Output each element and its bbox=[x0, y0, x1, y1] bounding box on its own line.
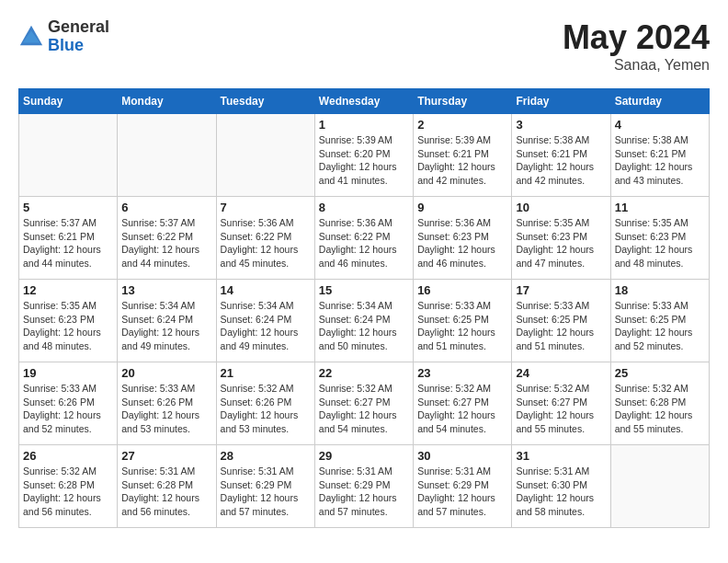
day-number: 2 bbox=[417, 118, 507, 132]
day-info: Sunrise: 5:33 AM Sunset: 6:25 PM Dayligh… bbox=[615, 299, 705, 353]
logo-text: General Blue bbox=[48, 18, 109, 55]
day-cell-16: 16Sunrise: 5:33 AM Sunset: 6:25 PM Dayli… bbox=[414, 280, 512, 362]
day-number: 18 bbox=[615, 283, 705, 297]
day-number: 17 bbox=[516, 283, 606, 297]
logo-general: General bbox=[48, 18, 109, 37]
day-cell-22: 22Sunrise: 5:32 AM Sunset: 6:27 PM Dayli… bbox=[314, 362, 413, 445]
day-info: Sunrise: 5:31 AM Sunset: 6:30 PM Dayligh… bbox=[516, 465, 606, 519]
page-header: General Blue May 2024 Sanaa, Yemen bbox=[18, 18, 710, 74]
day-info: Sunrise: 5:38 AM Sunset: 6:21 PM Dayligh… bbox=[615, 133, 705, 188]
day-cell-17: 17Sunrise: 5:33 AM Sunset: 6:25 PM Dayli… bbox=[512, 280, 610, 362]
day-number: 5 bbox=[23, 201, 113, 214]
day-info: Sunrise: 5:34 AM Sunset: 6:24 PM Dayligh… bbox=[121, 299, 211, 353]
day-number: 14 bbox=[221, 283, 311, 297]
day-cell-13: 13Sunrise: 5:34 AM Sunset: 6:24 PM Dayli… bbox=[118, 280, 216, 362]
day-info: Sunrise: 5:31 AM Sunset: 6:29 PM Dayligh… bbox=[417, 465, 507, 519]
weekday-header-saturday: Saturday bbox=[610, 89, 709, 114]
empty-cell bbox=[19, 114, 118, 197]
day-info: Sunrise: 5:32 AM Sunset: 6:27 PM Dayligh… bbox=[319, 382, 409, 436]
day-cell-29: 29Sunrise: 5:31 AM Sunset: 6:29 PM Dayli… bbox=[314, 445, 413, 528]
weekday-header-tuesday: Tuesday bbox=[216, 89, 314, 114]
day-info: Sunrise: 5:33 AM Sunset: 6:26 PM Dayligh… bbox=[23, 382, 113, 436]
day-info: Sunrise: 5:33 AM Sunset: 6:26 PM Dayligh… bbox=[121, 382, 211, 436]
day-cell-10: 10Sunrise: 5:35 AM Sunset: 6:23 PM Dayli… bbox=[512, 197, 610, 280]
day-number: 29 bbox=[319, 449, 409, 463]
weekday-header-monday: Monday bbox=[118, 89, 216, 114]
day-cell-9: 9Sunrise: 5:36 AM Sunset: 6:23 PM Daylig… bbox=[414, 197, 512, 280]
day-cell-23: 23Sunrise: 5:32 AM Sunset: 6:27 PM Dayli… bbox=[414, 362, 512, 445]
day-number: 8 bbox=[319, 201, 409, 214]
day-number: 19 bbox=[23, 366, 113, 380]
day-number: 3 bbox=[516, 118, 606, 132]
week-row-4: 19Sunrise: 5:33 AM Sunset: 6:26 PM Dayli… bbox=[19, 362, 710, 445]
day-info: Sunrise: 5:32 AM Sunset: 6:27 PM Dayligh… bbox=[516, 382, 606, 436]
day-cell-11: 11Sunrise: 5:35 AM Sunset: 6:23 PM Dayli… bbox=[610, 197, 709, 280]
day-info: Sunrise: 5:36 AM Sunset: 6:23 PM Dayligh… bbox=[417, 216, 507, 270]
day-cell-26: 26Sunrise: 5:32 AM Sunset: 6:28 PM Dayli… bbox=[19, 445, 118, 528]
day-number: 24 bbox=[516, 366, 606, 380]
day-cell-5: 5Sunrise: 5:37 AM Sunset: 6:21 PM Daylig… bbox=[19, 197, 118, 280]
day-number: 22 bbox=[319, 366, 409, 380]
day-info: Sunrise: 5:36 AM Sunset: 6:22 PM Dayligh… bbox=[319, 216, 409, 270]
day-number: 15 bbox=[319, 283, 409, 297]
day-number: 21 bbox=[221, 366, 311, 380]
empty-cell bbox=[610, 445, 709, 528]
day-number: 28 bbox=[221, 449, 311, 463]
day-info: Sunrise: 5:31 AM Sunset: 6:28 PM Dayligh… bbox=[121, 465, 211, 519]
weekday-header-friday: Friday bbox=[512, 89, 610, 114]
day-cell-14: 14Sunrise: 5:34 AM Sunset: 6:24 PM Dayli… bbox=[216, 280, 314, 362]
day-cell-25: 25Sunrise: 5:32 AM Sunset: 6:28 PM Dayli… bbox=[610, 362, 709, 445]
week-row-1: 1Sunrise: 5:39 AM Sunset: 6:20 PM Daylig… bbox=[19, 114, 710, 197]
title-section: May 2024 Sanaa, Yemen bbox=[563, 18, 710, 74]
day-info: Sunrise: 5:35 AM Sunset: 6:23 PM Dayligh… bbox=[516, 216, 606, 270]
day-info: Sunrise: 5:34 AM Sunset: 6:24 PM Dayligh… bbox=[221, 299, 311, 353]
day-info: Sunrise: 5:37 AM Sunset: 6:22 PM Dayligh… bbox=[121, 216, 211, 270]
day-number: 20 bbox=[121, 366, 211, 380]
day-number: 10 bbox=[516, 201, 606, 214]
day-number: 11 bbox=[615, 201, 705, 214]
day-info: Sunrise: 5:33 AM Sunset: 6:25 PM Dayligh… bbox=[516, 299, 606, 353]
day-cell-24: 24Sunrise: 5:32 AM Sunset: 6:27 PM Dayli… bbox=[512, 362, 610, 445]
day-cell-6: 6Sunrise: 5:37 AM Sunset: 6:22 PM Daylig… bbox=[118, 197, 216, 280]
day-cell-7: 7Sunrise: 5:36 AM Sunset: 6:22 PM Daylig… bbox=[216, 197, 314, 280]
day-info: Sunrise: 5:38 AM Sunset: 6:21 PM Dayligh… bbox=[516, 133, 606, 188]
day-info: Sunrise: 5:35 AM Sunset: 6:23 PM Dayligh… bbox=[615, 216, 705, 270]
day-cell-30: 30Sunrise: 5:31 AM Sunset: 6:29 PM Dayli… bbox=[414, 445, 512, 528]
day-cell-1: 1Sunrise: 5:39 AM Sunset: 6:20 PM Daylig… bbox=[314, 114, 413, 197]
day-number: 23 bbox=[417, 366, 507, 380]
day-number: 27 bbox=[121, 449, 211, 463]
day-info: Sunrise: 5:33 AM Sunset: 6:25 PM Dayligh… bbox=[417, 299, 507, 353]
day-cell-3: 3Sunrise: 5:38 AM Sunset: 6:21 PM Daylig… bbox=[512, 114, 610, 197]
logo: General Blue bbox=[18, 18, 109, 55]
day-cell-28: 28Sunrise: 5:31 AM Sunset: 6:29 PM Dayli… bbox=[216, 445, 314, 528]
day-number: 30 bbox=[417, 449, 507, 463]
day-info: Sunrise: 5:32 AM Sunset: 6:28 PM Dayligh… bbox=[615, 382, 705, 436]
day-number: 1 bbox=[319, 118, 409, 132]
day-cell-20: 20Sunrise: 5:33 AM Sunset: 6:26 PM Dayli… bbox=[118, 362, 216, 445]
day-number: 6 bbox=[121, 201, 211, 214]
day-number: 13 bbox=[121, 283, 211, 297]
day-info: Sunrise: 5:39 AM Sunset: 6:21 PM Dayligh… bbox=[417, 133, 507, 188]
day-number: 4 bbox=[615, 118, 705, 132]
day-info: Sunrise: 5:35 AM Sunset: 6:23 PM Dayligh… bbox=[23, 299, 113, 353]
weekday-header-sunday: Sunday bbox=[19, 89, 118, 114]
day-cell-19: 19Sunrise: 5:33 AM Sunset: 6:26 PM Dayli… bbox=[19, 362, 118, 445]
day-number: 31 bbox=[516, 449, 606, 463]
day-info: Sunrise: 5:32 AM Sunset: 6:27 PM Dayligh… bbox=[417, 382, 507, 436]
day-number: 12 bbox=[23, 283, 113, 297]
day-info: Sunrise: 5:32 AM Sunset: 6:26 PM Dayligh… bbox=[221, 382, 311, 436]
day-info: Sunrise: 5:32 AM Sunset: 6:28 PM Dayligh… bbox=[23, 465, 113, 519]
day-cell-15: 15Sunrise: 5:34 AM Sunset: 6:24 PM Dayli… bbox=[314, 280, 413, 362]
day-info: Sunrise: 5:36 AM Sunset: 6:22 PM Dayligh… bbox=[221, 216, 311, 270]
day-number: 9 bbox=[417, 201, 507, 214]
weekday-header-thursday: Thursday bbox=[414, 89, 512, 114]
day-number: 16 bbox=[417, 283, 507, 297]
day-cell-21: 21Sunrise: 5:32 AM Sunset: 6:26 PM Dayli… bbox=[216, 362, 314, 445]
day-number: 25 bbox=[615, 366, 705, 380]
logo-blue: Blue bbox=[48, 37, 109, 55]
weekday-header-wednesday: Wednesday bbox=[314, 89, 413, 114]
day-info: Sunrise: 5:39 AM Sunset: 6:20 PM Dayligh… bbox=[319, 133, 409, 188]
empty-cell bbox=[118, 114, 216, 197]
day-info: Sunrise: 5:31 AM Sunset: 6:29 PM Dayligh… bbox=[221, 465, 311, 519]
logo-icon bbox=[18, 24, 44, 50]
